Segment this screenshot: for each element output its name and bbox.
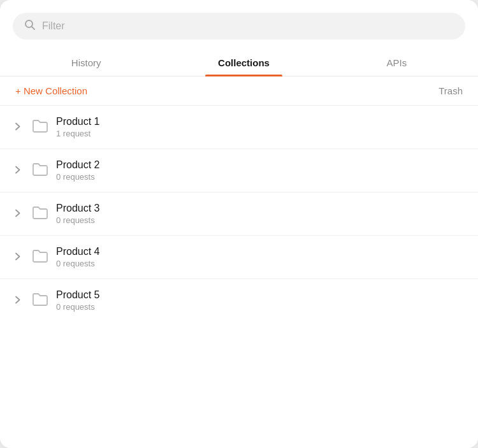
collection-name: Product 1 <box>56 116 99 127</box>
list-item[interactable]: Product 2 0 requests <box>0 149 478 192</box>
chevron-right-icon <box>15 166 24 176</box>
collection-info: Product 3 0 requests <box>56 203 99 225</box>
collection-list: Product 1 1 request Product 2 0 requests <box>0 106 478 322</box>
collection-count: 0 requests <box>56 259 99 268</box>
search-bar[interactable]: Filter <box>13 13 465 40</box>
tab-history[interactable]: History <box>59 50 114 76</box>
svg-line-1 <box>32 27 35 30</box>
collection-name: Product 4 <box>56 246 99 257</box>
collection-count: 0 requests <box>56 215 99 225</box>
new-collection-button[interactable]: + New Collection <box>15 85 87 96</box>
collection-info: Product 4 0 requests <box>56 246 99 268</box>
folder-icon <box>32 206 48 222</box>
chevron-right-icon <box>15 296 24 306</box>
collection-count: 1 request <box>56 129 99 138</box>
search-placeholder-text: Filter <box>42 20 65 32</box>
chevron-right-icon <box>15 209 24 219</box>
collection-info: Product 5 0 requests <box>56 289 99 312</box>
list-item[interactable]: Product 5 0 requests <box>0 279 478 322</box>
search-icon <box>24 19 36 33</box>
collection-name: Product 2 <box>56 159 99 171</box>
folder-icon <box>32 249 48 266</box>
toolbar: + New Collection Trash <box>0 76 478 106</box>
list-item[interactable]: Product 4 0 requests <box>0 236 478 279</box>
collection-info: Product 2 0 requests <box>56 159 99 182</box>
folder-icon <box>32 119 48 136</box>
collection-name: Product 5 <box>56 289 99 301</box>
chevron-right-icon <box>15 122 24 133</box>
list-item[interactable]: Product 3 0 requests <box>0 192 478 236</box>
trash-button[interactable]: Trash <box>438 85 463 96</box>
search-bar-wrapper: Filter <box>0 13 478 50</box>
main-panel: Filter History Collections APIs + New Co… <box>0 0 478 448</box>
folder-icon <box>32 293 48 309</box>
tab-apis[interactable]: APIs <box>374 50 420 76</box>
collection-count: 0 requests <box>56 172 99 182</box>
list-item[interactable]: Product 1 1 request <box>0 106 478 149</box>
collection-name: Product 3 <box>56 203 99 214</box>
collection-info: Product 1 1 request <box>56 116 99 138</box>
tabs-bar: History Collections APIs <box>0 50 478 76</box>
collection-count: 0 requests <box>56 302 99 312</box>
folder-icon <box>32 163 48 179</box>
tab-collections[interactable]: Collections <box>205 50 282 76</box>
chevron-right-icon <box>15 252 24 263</box>
